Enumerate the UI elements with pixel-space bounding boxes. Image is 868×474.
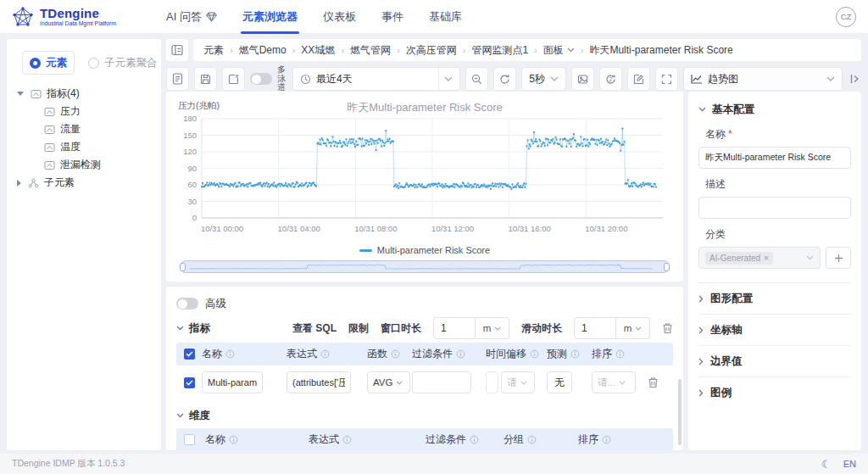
breadcrumb-item-6[interactable]: 面板: [543, 43, 575, 58]
clear-chart-button[interactable]: [222, 67, 245, 91]
remove-tag-icon[interactable]: ×: [764, 254, 769, 263]
brush-handle-right[interactable]: [664, 263, 670, 272]
mode-radio-0[interactable]: 元素: [22, 51, 75, 75]
info-icon[interactable]: [527, 435, 537, 444]
collapse-sidebar-button[interactable]: [166, 39, 188, 61]
breadcrumb-item-3[interactable]: 燃气管网: [350, 43, 391, 58]
vertical-scrollbar-thumb[interactable]: [678, 379, 682, 445]
limit-button[interactable]: 限制: [348, 321, 369, 336]
description-input[interactable]: [698, 197, 851, 219]
chevron-down-icon[interactable]: [176, 413, 184, 418]
category-select[interactable]: AI-Generated×: [698, 247, 821, 269]
nav-tab-1[interactable]: 元素浏览器: [242, 0, 298, 34]
caret-down-icon[interactable]: [17, 92, 24, 96]
config-section-2[interactable]: 边界值: [698, 345, 851, 376]
brush-handle-left[interactable]: [180, 263, 186, 272]
history-button[interactable]: 2: [599, 67, 622, 91]
tree-leaf[interactable]: 温度: [7, 138, 161, 156]
nav-tab-2[interactable]: 仪表板: [323, 0, 356, 34]
advanced-toggle[interactable]: [176, 298, 198, 309]
metric-name-input[interactable]: [202, 371, 263, 393]
metric-icon: [44, 142, 55, 153]
refresh-interval-select[interactable]: 5秒: [521, 67, 566, 91]
tree-leaf[interactable]: 压力: [7, 103, 161, 120]
datazoom-brush[interactable]: [180, 260, 670, 273]
metric-offset-unit-select[interactable]: 请: [501, 371, 535, 393]
info-icon[interactable]: [530, 349, 539, 359]
breadcrumb-item-1[interactable]: 燃气Demo: [239, 43, 287, 58]
dimensions-select-all-checkbox[interactable]: [184, 434, 195, 445]
metric-sort-select[interactable]: 请...: [592, 371, 636, 393]
refresh-button[interactable]: [493, 67, 516, 91]
nav-tab-0[interactable]: AI 问答: [166, 0, 217, 34]
column-header: 表达式: [287, 347, 367, 361]
nav-tab-4[interactable]: 基础库: [429, 0, 462, 34]
delete-metric-row-button[interactable]: [648, 376, 659, 388]
chart-name-input[interactable]: [698, 147, 851, 169]
brand[interactable]: TDengine Industrial Data Mgmt Platform: [12, 6, 161, 28]
theme-toggle-moon-icon[interactable]: ☾: [821, 459, 832, 470]
svg-text:120: 120: [183, 147, 197, 156]
chevron-down-icon[interactable]: [567, 47, 575, 53]
zoom-out-button[interactable]: [465, 67, 488, 91]
breadcrumb-item-2[interactable]: XX城燃: [301, 43, 335, 58]
info-icon[interactable]: [391, 349, 400, 359]
info-icon[interactable]: [342, 435, 352, 444]
chevron-down-icon: [550, 76, 559, 81]
nav-tab-3[interactable]: 事件: [381, 0, 403, 34]
metric-offset-input[interactable]: [486, 371, 498, 393]
config-section-3[interactable]: 图例: [698, 376, 851, 408]
breadcrumb-item-5[interactable]: 管网监测点1: [471, 43, 528, 58]
metric-function-select[interactable]: AVG: [367, 371, 410, 393]
basic-config-header[interactable]: 基本配置: [698, 100, 851, 119]
info-icon[interactable]: [615, 349, 625, 359]
delete-metrics-button[interactable]: [662, 322, 673, 334]
tree-node-1[interactable]: 子元素: [7, 174, 161, 192]
breadcrumb-item-0[interactable]: 元素: [203, 43, 224, 58]
collapse-panel-button[interactable]: [848, 74, 861, 84]
time-range-select[interactable]: 最近4天: [292, 67, 460, 91]
window-duration-input[interactable]: [433, 317, 476, 339]
add-category-button[interactable]: [826, 247, 851, 269]
chevron-down-icon[interactable]: [176, 326, 184, 331]
legend-item[interactable]: Multi-parameter Risk Score: [176, 243, 673, 257]
info-icon[interactable]: [229, 435, 238, 444]
info-icon[interactable]: [225, 349, 235, 359]
tree-leaf[interactable]: 流量: [7, 120, 161, 138]
tree-leaf[interactable]: 泄漏检测: [7, 156, 161, 174]
metric-expression-input[interactable]: [287, 371, 351, 393]
tree-node-0[interactable]: 指标(4): [7, 85, 161, 103]
info-icon[interactable]: [320, 349, 330, 359]
language-switch[interactable]: EN: [843, 459, 856, 469]
window-unit-select[interactable]: m: [476, 317, 509, 339]
config-section-0[interactable]: 图形配置: [698, 282, 851, 314]
user-avatar[interactable]: CZ: [836, 7, 856, 27]
column-label: 分组: [504, 432, 524, 447]
info-icon[interactable]: [470, 435, 479, 444]
metric-row-checkbox[interactable]: [184, 377, 195, 388]
fullscreen-button[interactable]: [655, 67, 678, 91]
notes-button[interactable]: [166, 67, 189, 91]
info-icon[interactable]: [602, 435, 611, 444]
info-icon[interactable]: [570, 349, 580, 359]
breadcrumb-item-4[interactable]: 次高压管网: [406, 43, 457, 58]
description-label: 描述: [705, 177, 851, 192]
slide-duration-input[interactable]: [574, 317, 616, 339]
breadcrumb-separator: ›: [397, 45, 400, 55]
config-section-1[interactable]: 坐标轴: [698, 314, 851, 345]
multilane-toggle[interactable]: [250, 73, 272, 85]
caret-right-icon[interactable]: [17, 180, 21, 187]
slide-unit-select[interactable]: m: [616, 317, 650, 339]
chart-canvas[interactable]: 030609012015018010/31 00:0010/31 04:0010…: [176, 114, 673, 242]
save-button[interactable]: [194, 67, 217, 91]
metrics-select-all-checkbox[interactable]: [184, 349, 195, 360]
metric-forecast-select[interactable]: 无: [547, 371, 572, 393]
chart-type-select[interactable]: 趋势图: [683, 67, 843, 91]
metric-filter-input[interactable]: [412, 371, 471, 393]
mode-radio-1[interactable]: 子元素聚合: [88, 56, 158, 70]
export-image-button[interactable]: [571, 67, 594, 91]
info-icon[interactable]: [456, 349, 465, 359]
metric-icon: [44, 160, 55, 170]
annotate-button[interactable]: [627, 67, 650, 91]
view-sql-button[interactable]: 查看 SQL: [292, 321, 337, 336]
